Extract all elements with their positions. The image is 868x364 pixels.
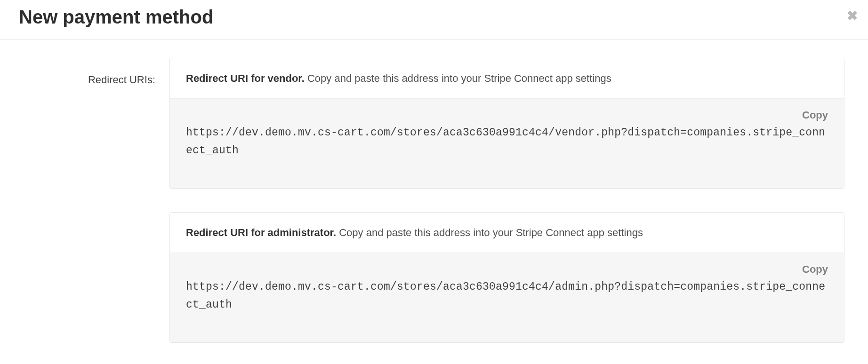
redirect-uris-row: Redirect URIs: Redirect URI for vendor. … (0, 49, 868, 364)
redirect-uris-label: Redirect URIs: (14, 58, 169, 86)
uri-block-vendor-header: Redirect URI for vendor. Copy and paste … (170, 58, 844, 99)
uri-block-admin-body: Copy https://dev.demo.mv.cs-cart.com/sto… (170, 253, 844, 342)
copy-button-admin[interactable]: Copy (802, 263, 828, 276)
uri-block-admin-title-rest: Copy and paste this address into your St… (336, 227, 643, 238)
uri-block-vendor-body: Copy https://dev.demo.mv.cs-cart.com/sto… (170, 99, 844, 188)
modal-content[interactable]: Redirect URIs: Redirect URI for vendor. … (0, 49, 868, 364)
uri-block-vendor: Redirect URI for vendor. Copy and paste … (169, 58, 844, 189)
uri-block-vendor-title-bold: Redirect URI for vendor. (186, 72, 305, 84)
page-title: New payment method (19, 7, 849, 28)
modal-header: New payment method ✖ (0, 0, 868, 40)
redirect-uris-value: Redirect URI for vendor. Copy and paste … (169, 58, 854, 364)
uri-block-vendor-title-rest: Copy and paste this address into your St… (305, 72, 611, 84)
uri-block-admin: Redirect URI for administrator. Copy and… (169, 212, 844, 343)
uri-text-vendor: https://dev.demo.mv.cs-cart.com/stores/a… (186, 124, 828, 160)
uri-block-admin-header: Redirect URI for administrator. Copy and… (170, 213, 844, 253)
uri-block-admin-title-bold: Redirect URI for administrator. (186, 227, 336, 238)
uri-text-admin: https://dev.demo.mv.cs-cart.com/stores/a… (186, 278, 828, 314)
close-icon[interactable]: ✖ (847, 9, 858, 23)
copy-button-vendor[interactable]: Copy (802, 109, 828, 121)
